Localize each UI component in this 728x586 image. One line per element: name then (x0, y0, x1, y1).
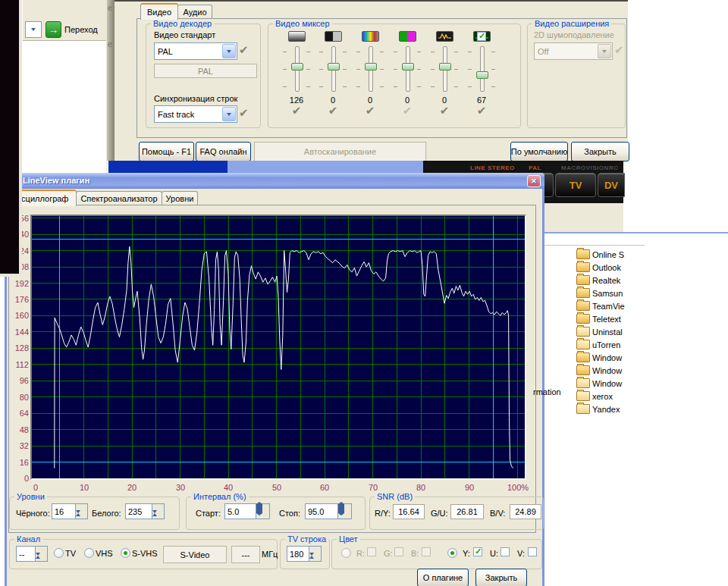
folder-name: Yandex (592, 405, 620, 414)
faq-button[interactable]: FAQ онлайн (196, 142, 251, 161)
tvline-value[interactable]: 180 (287, 546, 309, 562)
sync-combo[interactable]: Fast track (154, 105, 237, 123)
color-mode-radio[interactable] (447, 548, 457, 558)
apply-check-icon[interactable]: ✔ (239, 44, 249, 55)
window-fragment-text: e (108, 39, 112, 49)
spinner-buttons[interactable] (152, 503, 165, 519)
spinner-buttons[interactable] (309, 546, 322, 562)
chevron-down-icon[interactable] (222, 107, 236, 121)
folder-icon (576, 378, 590, 388)
channel-radio-vhs[interactable] (84, 548, 94, 558)
x-tick-label: 30 (171, 483, 190, 492)
tab-audio[interactable]: Аудио (177, 5, 212, 19)
slider-tick (454, 69, 458, 70)
slider-thumb[interactable] (291, 63, 303, 71)
apply-check-icon[interactable]: ✔ (463, 105, 500, 116)
slider-thumb[interactable] (476, 71, 488, 79)
bv-label: B/V: (490, 509, 505, 518)
apply-check-icon[interactable]: ✔ (239, 107, 249, 118)
black-level-spinner[interactable]: 16 (52, 503, 88, 519)
y-tick-label: 192 (7, 279, 29, 288)
close-icon[interactable]: ✕ (527, 175, 541, 187)
list-item[interactable]: Realtek (576, 274, 728, 287)
mixer-slider[interactable] (389, 45, 425, 93)
start-spinner[interactable]: 5.0 (224, 503, 270, 519)
channel-radio-s-vhs[interactable] (121, 548, 130, 558)
mixer-slider[interactable] (278, 45, 315, 93)
slider-thumb[interactable] (365, 63, 377, 71)
sharpness-icon (436, 31, 453, 42)
list-item[interactable]: Window (576, 364, 728, 377)
folder-icon (576, 365, 590, 375)
x-tick-label: 90 (460, 483, 479, 492)
apply-check-icon[interactable]: ✔ (389, 105, 425, 116)
channel-spinner[interactable]: -- (16, 546, 48, 562)
tv-button[interactable]: TV (555, 173, 596, 197)
channel-radio-tv[interactable] (54, 548, 64, 558)
mixer-slider[interactable] (352, 45, 388, 93)
mixer-slider[interactable] (463, 45, 500, 93)
tab-video[interactable]: Видео (140, 3, 178, 20)
color-mode-radio[interactable] (341, 548, 351, 558)
apply-check-icon[interactable]: ✔ (352, 105, 388, 116)
list-item[interactable]: uTorren (576, 338, 728, 351)
color-channel-checkbox[interactable] (528, 547, 537, 556)
mixer-slider[interactable] (426, 45, 463, 93)
address-dropdown-button[interactable] (25, 21, 42, 38)
tab-levels[interactable]: Уровни (162, 191, 198, 205)
white-level-spinner[interactable]: 235 (125, 503, 165, 519)
list-item[interactable]: Outlook (576, 261, 728, 274)
list-item[interactable]: Teletext (576, 312, 728, 325)
go-arrow-icon[interactable]: → (46, 21, 61, 38)
list-item[interactable]: Window (576, 377, 728, 390)
folder-icon (576, 301, 590, 311)
chevron-down-icon[interactable] (222, 44, 236, 58)
list-item[interactable]: xerox (576, 390, 728, 403)
slider-thumb[interactable] (402, 63, 414, 71)
apply-check-icon[interactable]: ✔ (426, 105, 463, 116)
x-tick-label: 20 (122, 483, 142, 492)
slider-thumb[interactable] (439, 63, 451, 71)
list-item[interactable]: Yandex (576, 403, 728, 415)
frequency-value: --- (242, 550, 250, 559)
spinner-buttons[interactable] (75, 503, 88, 519)
stop-spinner[interactable]: 95.0 (305, 503, 352, 519)
folder-name: Outlook (592, 263, 621, 272)
close-plugin-button[interactable]: Закрыть (475, 569, 527, 586)
spinner-buttons[interactable] (337, 503, 352, 519)
list-item[interactable]: Uninstal (576, 325, 728, 338)
white-level-value[interactable]: 235 (125, 503, 152, 519)
slider-tick (306, 52, 310, 52)
tab-spectrum-analyzer[interactable]: Спектроанализатор (76, 191, 162, 205)
apply-check-icon[interactable]: ✔ (315, 105, 351, 116)
mixer-enable-checkbox[interactable] (477, 32, 486, 41)
help-button[interactable]: Помощь - F1 (139, 142, 194, 161)
dv-button[interactable]: DV (598, 173, 625, 197)
defaults-button[interactable]: По умолчанию (510, 142, 568, 161)
video-standard-combo[interactable]: PAL (154, 42, 237, 60)
tvline-spinner[interactable]: 180 (287, 546, 322, 562)
color-channel-checkbox[interactable] (500, 547, 510, 556)
mixer-slider[interactable] (315, 45, 351, 93)
channel-value[interactable]: -- (16, 546, 35, 562)
color-channel-checkbox[interactable] (473, 547, 482, 556)
slider-thumb[interactable] (328, 63, 340, 71)
list-item[interactable]: TeamVie (576, 299, 728, 312)
start-value[interactable]: 5.0 (224, 503, 256, 519)
stop-value[interactable]: 95.0 (305, 503, 337, 519)
about-plugin-button[interactable]: О плагине (417, 569, 469, 586)
spinner-buttons[interactable] (256, 503, 270, 519)
list-item[interactable]: Samsun (576, 287, 728, 299)
spinner-buttons[interactable] (35, 546, 48, 562)
black-level-value[interactable]: 16 (52, 503, 75, 519)
go-button-label[interactable]: Переход (64, 25, 98, 34)
lineview-titlebar[interactable]: LineView плагин ✕ (5, 173, 544, 189)
apply-check-icon[interactable]: ✔ (278, 105, 315, 116)
folder-icon (576, 288, 590, 298)
folder-name: Window (592, 353, 622, 362)
list-item[interactable]: Online S (576, 248, 728, 261)
close-settings-button[interactable]: Закрыть (571, 142, 629, 161)
noise-reduction-combo: Off (534, 42, 613, 60)
list-item[interactable]: Window (576, 351, 728, 364)
channel-radio-label: TV (65, 549, 76, 558)
